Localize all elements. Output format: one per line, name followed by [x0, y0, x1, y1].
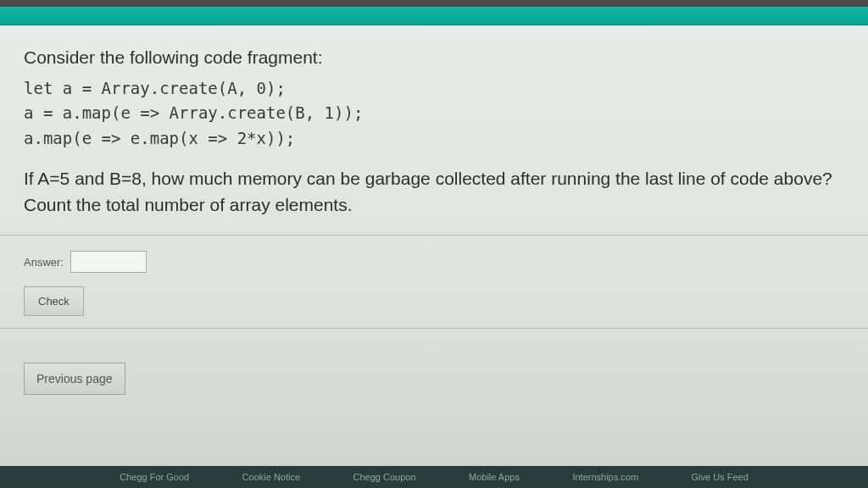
footer-link-chegg-coupon[interactable]: Chegg Coupon	[353, 472, 416, 482]
code-fragment: let a = Array.create(A, 0); a = a.map(e …	[24, 76, 844, 151]
footer-link-chegg-for-good[interactable]: Chegg For Good	[120, 472, 189, 482]
footer: Chegg For Good Cookie Notice Chegg Coupo…	[0, 466, 868, 488]
answer-row: Answer:	[24, 236, 844, 286]
code-line: a = a.map(e => Array.create(B, 1));	[24, 101, 844, 125]
code-line: let a = Array.create(A, 0);	[24, 76, 844, 101]
footer-link-cookie-notice[interactable]: Cookie Notice	[242, 472, 300, 482]
answer-label: Answer:	[24, 256, 64, 269]
bottom-nav: Previous page	[24, 329, 844, 395]
footer-link-internships[interactable]: Internships.com	[572, 472, 638, 482]
previous-page-button[interactable]: Previous page	[24, 363, 125, 395]
main-content: Consider the following code fragment: le…	[0, 25, 868, 466]
code-line: a.map(e => e.map(x => 2*x));	[24, 126, 844, 151]
check-button[interactable]: Check	[24, 286, 84, 316]
answer-input[interactable]	[70, 251, 147, 273]
question-body: If A=5 and B=8, how much memory can be g…	[24, 166, 844, 218]
footer-link-mobile-apps[interactable]: Mobile Apps	[469, 472, 520, 482]
footer-link-give-feedback[interactable]: Give Us Feed	[692, 472, 748, 482]
question-intro: Consider the following code fragment:	[24, 47, 844, 68]
top-accent-bar	[0, 0, 868, 7]
header-teal-bar	[0, 7, 868, 25]
